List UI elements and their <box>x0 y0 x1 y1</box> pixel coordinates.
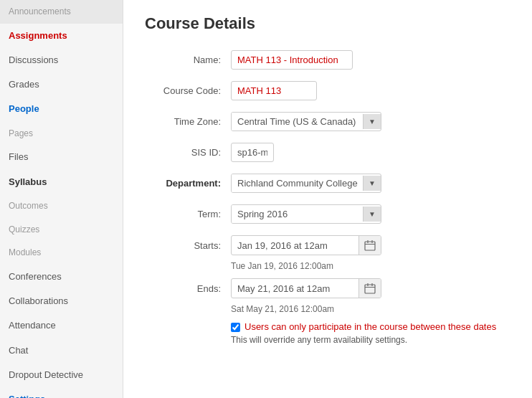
ends-label: Ends: <box>145 283 231 294</box>
department-row: Department: Richland Community College ▼ <box>145 174 510 193</box>
override-note: This will override any term availability… <box>231 335 510 345</box>
sidebar-item-quizzes[interactable]: Quizzes <box>0 218 123 242</box>
sidebar-item-syllabus[interactable]: Syllabus <box>0 170 123 194</box>
department-select[interactable]: Richland Community College ▼ <box>231 174 381 193</box>
participation-checkbox-row: Users can only participate in the course… <box>231 321 510 332</box>
course-code-row: Course Code: <box>145 81 510 100</box>
participation-checkbox-label[interactable]: Users can only participate in the course… <box>244 321 496 332</box>
sidebar-item-modules[interactable]: Modules <box>0 241 123 265</box>
course-code-input[interactable] <box>231 81 317 100</box>
svg-rect-0 <box>365 242 375 250</box>
name-label: Name: <box>145 55 231 65</box>
ends-hint: Sat May 21, 2016 12:00am <box>231 304 510 314</box>
starts-calendar-icon[interactable] <box>358 236 381 255</box>
name-row: Name: <box>145 50 510 70</box>
sidebar: Announcements Assignments Discussions Gr… <box>0 0 123 398</box>
sis-id-label: SIS ID: <box>145 147 231 158</box>
time-zone-dropdown-btn[interactable]: ▼ <box>363 114 381 129</box>
sidebar-item-assignments[interactable]: Assignments <box>0 24 123 48</box>
time-zone-row: Time Zone: Central Time (US & Canada) ▼ <box>145 112 510 131</box>
sis-id-row: SIS ID: <box>145 143 510 162</box>
svg-rect-4 <box>365 285 375 293</box>
page-title: Course Details <box>145 14 510 33</box>
sidebar-item-chat[interactable]: Chat <box>0 338 123 363</box>
starts-date-value: Jan 19, 2016 at 12am <box>232 237 358 255</box>
term-row: Term: Spring 2016 ▼ <box>145 204 510 224</box>
sidebar-item-discussions[interactable]: Discussions <box>0 48 123 72</box>
sis-id-input[interactable] <box>231 143 274 162</box>
sidebar-item-collaborations[interactable]: Collaborations <box>0 289 123 313</box>
ends-row: Ends: May 21, 2016 at 12am <box>145 278 510 298</box>
sidebar-item-people[interactable]: People <box>0 97 123 121</box>
sidebar-item-announcements[interactable]: Announcements <box>0 0 123 24</box>
sidebar-item-grades[interactable]: Grades <box>0 72 123 97</box>
sidebar-item-conferences[interactable]: Conferences <box>0 265 123 289</box>
participation-checkbox[interactable] <box>231 323 240 332</box>
course-code-label: Course Code: <box>145 85 231 96</box>
department-label: Department: <box>145 178 231 189</box>
department-value: Richland Community College <box>232 174 363 192</box>
term-select[interactable]: Spring 2016 ▼ <box>231 204 381 224</box>
sidebar-item-pages[interactable]: Pages <box>0 122 123 146</box>
starts-label: Starts: <box>145 240 231 251</box>
time-zone-value: Central Time (US & Canada) <box>232 113 363 131</box>
time-zone-label: Time Zone: <box>145 116 231 127</box>
name-input[interactable] <box>231 50 353 70</box>
sidebar-item-outcomes[interactable]: Outcomes <box>0 194 123 218</box>
time-zone-select[interactable]: Central Time (US & Canada) ▼ <box>231 112 381 131</box>
term-dropdown-btn[interactable]: ▼ <box>363 207 381 222</box>
sidebar-item-files[interactable]: Files <box>0 145 123 169</box>
starts-hint: Tue Jan 19, 2016 12:00am <box>231 261 510 271</box>
ends-calendar-icon[interactable] <box>358 279 381 298</box>
term-label: Term: <box>145 209 231 219</box>
ends-date-value: May 21, 2016 at 12am <box>232 280 358 298</box>
starts-row: Starts: Jan 19, 2016 at 12am <box>145 235 510 255</box>
sidebar-item-dropout-detective[interactable]: Dropout Detective <box>0 363 123 387</box>
term-value: Spring 2016 <box>232 205 363 223</box>
sidebar-item-settings[interactable]: Settings <box>0 387 123 398</box>
sidebar-item-attendance[interactable]: Attendance <box>0 313 123 338</box>
department-dropdown-btn[interactable]: ▼ <box>363 176 381 191</box>
ends-date-picker[interactable]: May 21, 2016 at 12am <box>231 278 381 298</box>
starts-date-picker[interactable]: Jan 19, 2016 at 12am <box>231 235 381 255</box>
main-content: Course Details Name: Course Code: Time Z… <box>123 0 532 398</box>
